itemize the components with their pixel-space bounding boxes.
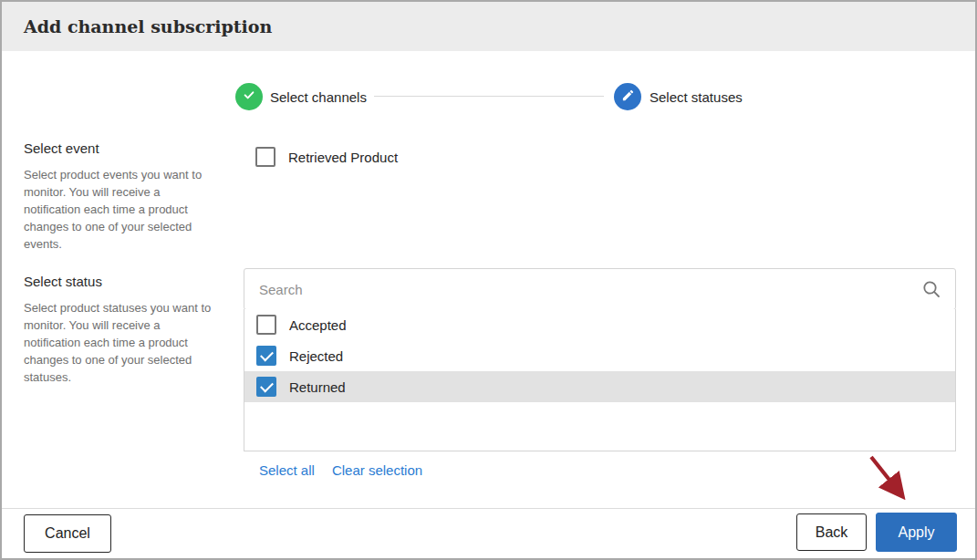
event-row-retrieved-product[interactable]: Retrieved Product [255, 147, 398, 167]
accepted-label: Accepted [289, 317, 347, 333]
pencil-icon [621, 88, 635, 106]
returned-checkbox[interactable] [256, 377, 276, 397]
status-row-accepted[interactable]: Accepted [244, 309, 955, 340]
select-event-description: Select product events you want to monito… [24, 166, 219, 253]
select-status-description: Select product statuses you want to moni… [24, 299, 219, 386]
retrieved-product-label: Retrieved Product [288, 150, 398, 165]
add-channel-subscription-dialog: Add channel subscription Select channels… [0, 0, 977, 560]
status-list: Accepted Rejected Returned [244, 309, 956, 451]
rejected-label: Rejected [289, 348, 343, 364]
annotation-arrow-icon [863, 452, 914, 505]
select-all-link[interactable]: Select all [259, 462, 315, 478]
step-select-statuses-label: Select statuses [650, 89, 743, 105]
check-icon [242, 88, 256, 106]
status-search-input[interactable] [244, 269, 921, 309]
back-button[interactable]: Back [796, 513, 867, 551]
status-row-rejected[interactable]: Rejected [244, 340, 955, 371]
status-row-returned[interactable]: Returned [244, 371, 955, 402]
select-event-heading: Select event [24, 140, 99, 156]
apply-button[interactable]: Apply [876, 513, 957, 552]
step-select-statuses-indicator [614, 83, 641, 110]
list-links: Select all Clear selection [259, 462, 422, 478]
stepper-connector-line [374, 96, 604, 97]
accepted-checkbox[interactable] [256, 315, 276, 335]
step-select-channels-indicator [235, 83, 263, 110]
dialog-title: Add channel subscription [2, 2, 975, 51]
dialog-footer: Cancel Back Apply [2, 508, 975, 558]
search-icon[interactable] [921, 279, 941, 299]
status-search-box [244, 268, 956, 310]
cancel-button[interactable]: Cancel [24, 514, 111, 553]
dialog-header: Add channel subscription [2, 2, 975, 51]
retrieved-product-checkbox[interactable] [255, 147, 275, 167]
select-status-heading: Select status [24, 274, 102, 289]
returned-label: Returned [289, 379, 346, 395]
step-select-channels-label: Select channels [270, 89, 367, 105]
rejected-checkbox[interactable] [256, 346, 276, 366]
clear-selection-link[interactable]: Clear selection [332, 462, 422, 478]
